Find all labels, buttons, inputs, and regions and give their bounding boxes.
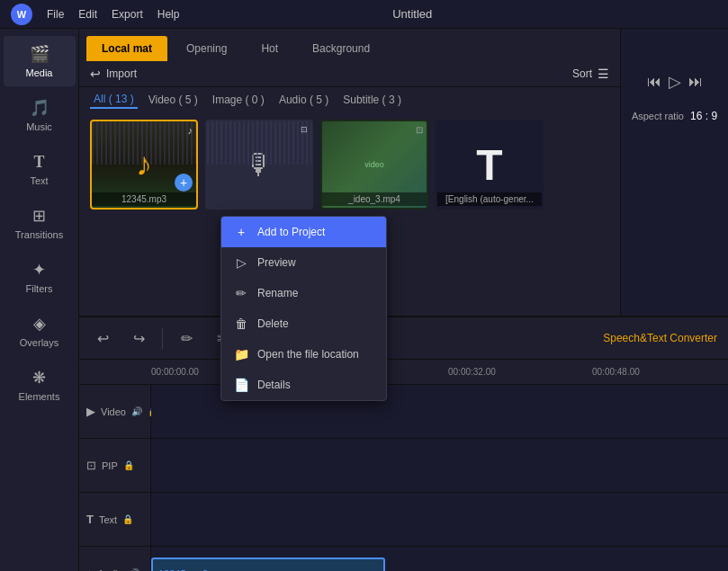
media-item-subtitle[interactable]: T [English (auto-gener... xyxy=(436,120,544,210)
media-item-music-label: 12345.mp3 xyxy=(92,192,196,206)
context-menu-delete[interactable]: 🗑 Delete xyxy=(221,308,386,339)
timeline-ruler: 00:00:00.00 00:00:16.00 00:00:32.00 00:0… xyxy=(79,360,728,385)
sort-label: Sort xyxy=(572,67,592,80)
track-pip-lock-icon[interactable]: 🔒 xyxy=(123,460,134,470)
media-item-video[interactable]: video ⊡ _ideo_3.mp4 xyxy=(320,120,428,210)
mic-badge-icon: ⊡ xyxy=(301,125,308,134)
sidebar-item-transitions[interactable]: ⊞ Transitions xyxy=(4,198,76,248)
sidebar-label-media: Media xyxy=(26,67,53,78)
tab-local-mat[interactable]: Local mat xyxy=(86,36,167,61)
music-icon: 🎵 xyxy=(30,98,49,118)
menu-export[interactable]: Export xyxy=(112,8,143,21)
app-logo: W xyxy=(11,4,32,25)
track-audio: ♪ Audio 🔊 12345.mp3 xyxy=(79,547,728,571)
draw-button[interactable]: ✏ xyxy=(174,326,199,351)
tab-hot[interactable]: Hot xyxy=(246,36,293,61)
track-text-label: Text xyxy=(99,514,117,525)
title-bar-left: W File Edit Export Help xyxy=(11,4,179,25)
context-menu-delete-label: Delete xyxy=(257,317,289,330)
title-bar: W File Edit Export Help Untitled xyxy=(0,0,728,29)
filter-image[interactable]: Image ( 0 ) xyxy=(209,92,268,108)
tab-background[interactable]: Background xyxy=(297,36,385,61)
menu-file[interactable]: File xyxy=(47,8,64,21)
play-button[interactable]: ▷ xyxy=(669,72,681,92)
sort-icon: ☰ xyxy=(598,67,609,81)
skip-back-button[interactable]: ⏮ xyxy=(647,74,661,90)
media-icon: 🎬 xyxy=(30,44,49,64)
context-menu-preview[interactable]: ▷ Preview xyxy=(221,247,386,278)
folder-icon: 📁 xyxy=(234,347,248,361)
sidebar-label-transitions: Transitions xyxy=(15,229,63,240)
sidebar-item-filters[interactable]: ✦ Filters xyxy=(4,252,76,302)
aspect-ratio-label: Aspect ratio 16 : 9 xyxy=(632,99,717,122)
context-menu-open-location[interactable]: 📁 Open the file location xyxy=(221,339,386,370)
ruler-time-3: 00:00:48.00 xyxy=(592,367,640,377)
menu-edit[interactable]: Edit xyxy=(78,8,97,21)
import-button[interactable]: ↩ Import xyxy=(90,67,137,81)
media-item-subtitle-label: [English (auto-gener... xyxy=(437,192,542,206)
track-audio-icon: ♪ xyxy=(86,567,93,571)
media-panel: Local mat Opening Hot Background ↩ Impor… xyxy=(79,29,728,317)
context-menu-rename-label: Rename xyxy=(257,287,298,299)
sidebar: 🎬 Media 🎵 Music T Text ⊞ Transitions ✦ F… xyxy=(0,29,79,571)
bottom-toolbar: ↩ ↪ ✏ ✂ ⊡ ◷ 🎙 👤 Speech&Text Converter xyxy=(79,317,728,360)
filter-audio[interactable]: Audio ( 5 ) xyxy=(275,92,332,108)
track-video: ▶ Video 🔊 🔒 xyxy=(79,385,728,439)
tab-opening[interactable]: Opening xyxy=(171,36,242,61)
track-audio-label: Audio xyxy=(98,568,123,572)
filter-subtitle[interactable]: Subtitle ( 3 ) xyxy=(339,92,405,108)
sidebar-label-text: Text xyxy=(30,175,48,186)
filter-all[interactable]: All ( 13 ) xyxy=(90,91,138,109)
menu-items: File Edit Export Help xyxy=(47,8,179,21)
context-menu-open-label: Open the file location xyxy=(257,348,359,361)
skip-forward-button[interactable]: ⏭ xyxy=(688,74,703,90)
delete-icon: 🗑 xyxy=(234,317,248,331)
import-label: Import xyxy=(106,67,137,80)
details-icon: 📄 xyxy=(234,378,248,392)
sort-button[interactable]: Sort ☰ xyxy=(572,67,609,81)
toolbar-separator-1 xyxy=(162,327,163,349)
track-volume-icon[interactable]: 🔊 xyxy=(131,406,142,416)
sidebar-item-elements[interactable]: ❋ Elements xyxy=(4,360,76,410)
media-toolbar: ↩ Import Sort ☰ xyxy=(79,61,620,87)
waveform-bg xyxy=(92,121,196,165)
sidebar-item-text[interactable]: T Text xyxy=(4,144,76,194)
filter-video[interactable]: Video ( 5 ) xyxy=(145,92,202,108)
media-item-video-label: _ideo_3.mp4 xyxy=(322,192,427,206)
media-item-mic[interactable]: 🎙 ⊡ xyxy=(205,120,313,210)
overlays-icon: ◈ xyxy=(33,314,46,334)
sidebar-item-overlays[interactable]: ◈ Overlays xyxy=(4,306,76,356)
elements-icon: ❋ xyxy=(32,368,46,388)
app-title: Untitled xyxy=(392,7,432,21)
content-area: Local mat Opening Hot Background ↩ Impor… xyxy=(79,29,728,571)
sidebar-item-music[interactable]: 🎵 Music xyxy=(4,90,76,140)
import-icon: ↩ xyxy=(90,67,101,81)
sidebar-label-music: Music xyxy=(26,121,52,132)
sidebar-label-overlays: Overlays xyxy=(20,337,58,348)
right-panel: ⏮ ▷ ⏭ Aspect ratio 16 : 9 xyxy=(620,29,728,316)
track-header-pip: ⊡ PIP 🔒 xyxy=(79,439,151,492)
menu-help[interactable]: Help xyxy=(157,8,180,21)
sidebar-label-filters: Filters xyxy=(26,283,53,294)
audio-clip[interactable]: 12345.mp3 xyxy=(151,558,385,571)
track-header-audio: ♪ Audio 🔊 xyxy=(79,547,151,571)
sidebar-item-media[interactable]: 🎬 Media xyxy=(4,36,76,86)
media-item-music[interactable]: ♪ ♪ + 12345.mp3 xyxy=(90,120,198,210)
track-text-lock-icon[interactable]: 🔒 xyxy=(122,514,133,524)
aspect-ratio-value: 16 : 9 xyxy=(690,110,717,122)
main-layout: 🎬 Media 🎵 Music T Text ⊞ Transitions ✦ F… xyxy=(0,29,728,571)
text-icon: T xyxy=(33,153,44,172)
subtitle-T-icon: T xyxy=(476,140,502,190)
track-pip-icon: ⊡ xyxy=(86,459,96,472)
context-menu-rename[interactable]: ✏ Rename xyxy=(221,278,386,308)
context-menu-preview-label: Preview xyxy=(257,256,296,269)
context-menu-add-to-project[interactable]: + Add to Project xyxy=(221,217,386,247)
undo-button[interactable]: ↩ xyxy=(90,326,115,351)
add-icon: + xyxy=(234,225,248,239)
add-to-project-quick-btn[interactable]: + xyxy=(175,174,193,192)
music-badge-icon: ♪ xyxy=(188,125,193,136)
redo-button[interactable]: ↪ xyxy=(126,326,151,351)
speech-text-converter-button[interactable]: Speech&Text Converter xyxy=(603,332,717,344)
sidebar-label-elements: Elements xyxy=(19,391,60,402)
context-menu-details[interactable]: 📄 Details xyxy=(221,370,386,400)
